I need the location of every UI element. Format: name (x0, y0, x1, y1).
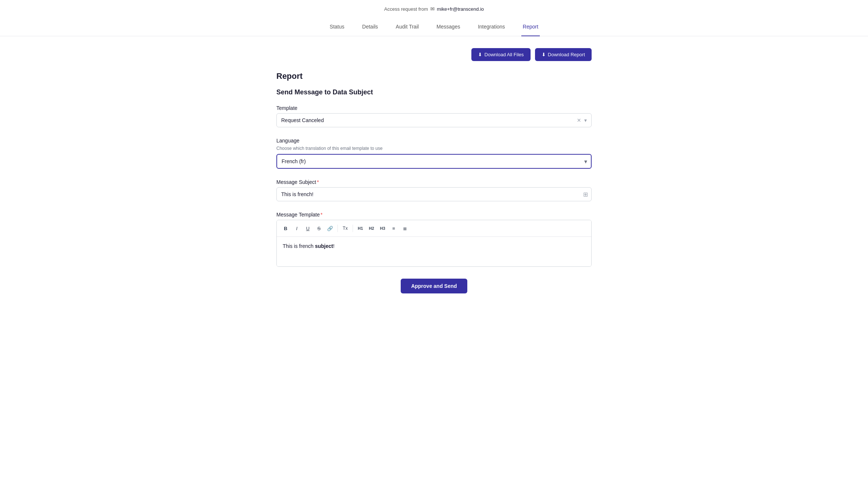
download-all-files-icon: ⬇ (478, 52, 482, 57)
chevron-down-icon[interactable]: ▾ (584, 117, 587, 123)
action-buttons-row: ⬇ Download All Files ⬇ Download Report (276, 48, 592, 61)
requester-email: mike+fr@transcend.io (437, 6, 484, 12)
approve-and-send-button[interactable]: Approve and Send (401, 279, 467, 293)
message-subject-input[interactable] (276, 187, 592, 201)
rich-text-editor: B I U S 🔗 Tx H1 H2 H3 ≡ ≣ This is french… (276, 220, 592, 267)
email-icon: ✉ (430, 6, 435, 12)
rte-bold-button[interactable]: B (280, 223, 291, 233)
tab-messages[interactable]: Messages (435, 18, 462, 36)
tab-audit-trail[interactable]: Audit Trail (394, 18, 420, 36)
language-form-group: Language Choose which translation of thi… (276, 138, 592, 169)
required-indicator: * (317, 179, 319, 185)
page-content: ⬇ Download All Files ⬇ Download Report R… (268, 48, 600, 316)
template-selector-icons: ✕ ▾ (577, 117, 587, 123)
rte-strikethrough-button[interactable]: S (314, 223, 324, 233)
rte-content[interactable]: This is french subject! (277, 237, 591, 266)
clear-icon[interactable]: ✕ (577, 117, 581, 123)
top-bar: Access request from ✉ mike+fr@transcend.… (0, 0, 868, 18)
rte-h2-button[interactable]: H2 (366, 223, 377, 233)
message-template-label: Message Template* (276, 212, 592, 218)
rte-link-button[interactable]: 🔗 (325, 223, 335, 233)
language-label: Language (276, 138, 592, 144)
access-request-label: Access request from (384, 6, 428, 12)
page-title: Report (276, 71, 592, 81)
rte-clear-format-button[interactable]: Tx (340, 223, 350, 233)
tab-report[interactable]: Report (521, 18, 540, 36)
message-subject-label: Message Subject* (276, 179, 592, 185)
rte-h3-button[interactable]: H3 (377, 223, 388, 233)
template-value: Request Canceled (281, 117, 324, 123)
tab-details[interactable]: Details (361, 18, 380, 36)
rte-divider-2 (353, 225, 353, 232)
language-select-wrapper: French (fr) English (en) Spanish (es) Ge… (276, 154, 592, 169)
message-subject-input-wrapper: ⊞ (276, 187, 592, 201)
required-indicator-2: * (320, 212, 322, 218)
rte-italic-button[interactable]: I (292, 223, 302, 233)
rte-divider-1 (337, 225, 338, 232)
approve-row: Approve and Send (276, 279, 592, 293)
download-all-files-button[interactable]: ⬇ Download All Files (471, 48, 530, 61)
message-template-form-group: Message Template* B I U S 🔗 Tx H1 H2 H3 … (276, 212, 592, 267)
rte-content-prefix: This is french (283, 243, 315, 249)
rte-bullet-list-button[interactable]: ≡ (388, 223, 399, 233)
template-form-group: Template Request Canceled ✕ ▾ (276, 105, 592, 127)
tab-status[interactable]: Status (328, 18, 346, 36)
rte-h1-button[interactable]: H1 (355, 223, 366, 233)
rte-underline-button[interactable]: U (303, 223, 313, 233)
download-report-icon: ⬇ (542, 52, 546, 57)
template-label: Template (276, 105, 592, 111)
rte-content-suffix: ! (333, 243, 334, 249)
subsection-title: Send Message to Data Subject (276, 88, 592, 96)
download-report-button[interactable]: ⬇ Download Report (535, 48, 592, 61)
input-translate-icon: ⊞ (583, 191, 588, 198)
rte-content-bold: subject (315, 243, 333, 249)
tab-integrations[interactable]: Integrations (477, 18, 507, 36)
download-all-files-label: Download All Files (484, 52, 524, 57)
message-subject-form-group: Message Subject* ⊞ (276, 179, 592, 201)
rte-toolbar: B I U S 🔗 Tx H1 H2 H3 ≡ ≣ (277, 220, 591, 237)
language-hint: Choose which translation of this email t… (276, 146, 592, 151)
language-select[interactable]: French (fr) English (en) Spanish (es) Ge… (276, 154, 592, 169)
template-selector[interactable]: Request Canceled ✕ ▾ (276, 113, 592, 127)
download-report-label: Download Report (548, 52, 585, 57)
nav-tabs: Status Details Audit Trail Messages Inte… (0, 18, 868, 36)
rte-ordered-list-button[interactable]: ≣ (400, 223, 410, 233)
